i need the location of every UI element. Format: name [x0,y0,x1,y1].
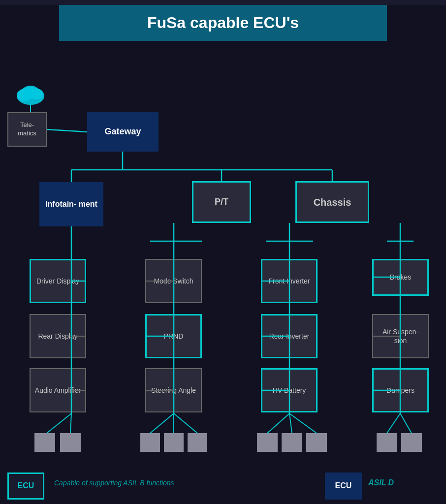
svg-line-38 [289,413,292,433]
svg-line-18 [47,413,71,433]
gateway-box: Gateway [87,112,159,152]
leaf-inv-2 [282,433,302,452]
legend-asil-d: ASIL D [368,478,394,487]
air-suspension-box: Air Suspen- sion [372,314,429,358]
page-container: FuSa capable ECU's Tele- matics Gateway … [0,5,446,504]
svg-line-28 [150,413,174,433]
front-inverter-box: Front Inverter [261,259,318,303]
svg-line-19 [70,413,71,433]
legend-ecu-dark: ECU [325,472,362,500]
brakes-box: Brakes [372,259,429,296]
leaf-inv-3 [306,433,327,452]
svg-line-30 [174,413,197,433]
svg-line-6 [47,129,87,132]
steering-angle-box: Steering Angle [145,368,202,412]
hv-battery-box: HV Battery [261,368,318,412]
driver-display-box: Driver Display [30,259,86,303]
svg-line-37 [267,413,289,433]
title-bar: FuSa capable ECU's [59,5,387,41]
leaf-infotain-2 [60,433,81,452]
prnd-box: PRND [145,314,202,358]
leaf-pt-2 [164,433,184,452]
chassis-box: Chassis [295,181,369,223]
svg-line-47 [400,413,412,433]
leaf-pt-1 [140,433,160,452]
legend-ecu-teal: ECU [7,472,44,500]
svg-line-39 [289,413,317,433]
page-title: FuSa capable ECU's [147,14,299,32]
audio-amplifier-box: Audio Amplifier [30,368,86,412]
leaf-pt-3 [188,433,207,452]
leaf-infotain-1 [34,433,55,452]
legend-capable-text: Capable of supporting ASIL B functions [54,478,174,487]
cloud-icon [15,81,47,108]
svg-point-3 [22,86,39,98]
rear-display-box: Rear Display [30,314,86,358]
leaf-chassis-1 [377,433,397,452]
mode-switch-box: Mode Switch [145,259,202,303]
dampers-box: Dampers [372,368,429,412]
leaf-inv-1 [257,433,278,452]
infotainment-box: Infotain- ment [39,182,103,226]
telematics-box: Tele- matics [7,112,47,147]
pt-box: P/T [192,181,251,223]
connection-lines [0,5,446,504]
rear-inverter-box: Rear Inverter [261,314,318,358]
leaf-chassis-2 [401,433,422,452]
svg-line-46 [387,413,400,433]
